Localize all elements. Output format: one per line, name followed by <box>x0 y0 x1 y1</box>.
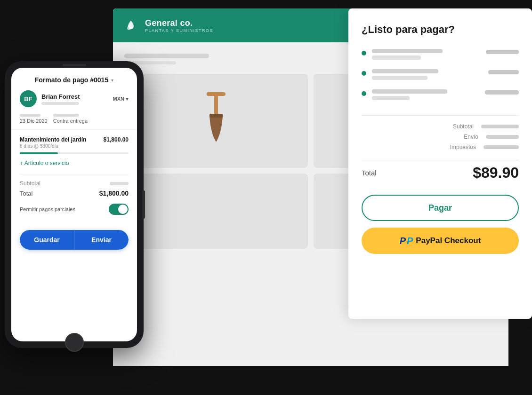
product-cell-shovel[interactable] <box>124 74 308 168</box>
checkout-item-2 <box>362 69 519 80</box>
total-invoice-label: Total <box>20 190 32 197</box>
envio-bar <box>486 135 519 139</box>
progress-fill <box>20 152 58 154</box>
header-bar-1 <box>124 54 209 58</box>
line-item-info: Mantenimiento del jardín 6 días @ $300/d… <box>20 136 86 149</box>
delivery-field: Contra entrega <box>53 114 88 124</box>
paypal-logo: P P <box>400 236 413 246</box>
customer-info: Brian Forrest <box>41 93 108 105</box>
send-button[interactable]: Enviar <box>74 230 129 250</box>
subtotal-row: Subtotal <box>362 123 519 130</box>
action-buttons: Guardar Enviar <box>20 230 129 250</box>
item-line2-2 <box>372 76 427 80</box>
currency-badge[interactable]: MXN ▾ <box>113 96 129 102</box>
item-lines-1 <box>372 49 480 60</box>
delivery-value: Contra entrega <box>53 118 88 124</box>
pagar-button[interactable]: Pagar <box>362 195 519 221</box>
item-dot-2 <box>362 71 366 76</box>
item-line1-1 <box>372 49 443 53</box>
total-invoice-row: Total $1,800.00 <box>20 190 129 197</box>
impuestos-label: Impuestos <box>448 144 476 150</box>
date-field: 23 Dic 2020 <box>20 114 48 124</box>
subtotal-invoice-row: Subtotal <box>20 180 129 187</box>
paypal-icon-light: P <box>407 236 413 246</box>
logo-icon <box>124 19 137 32</box>
invoice-divider <box>20 174 129 174</box>
customer-bar <box>41 102 79 105</box>
phone-home-button[interactable] <box>65 333 84 352</box>
line-item-name: Mantenimiento del jardín <box>20 136 86 143</box>
item-price-1 <box>486 50 519 54</box>
line-item-desc: 6 días @ $300/día <box>20 143 86 149</box>
subtotal-bar <box>481 125 519 128</box>
item-lines-2 <box>372 69 483 80</box>
date-value: 23 Dic 2020 <box>20 118 48 124</box>
partial-payments-toggle[interactable] <box>109 204 129 215</box>
checkout-total-row: Total $89.90 <box>362 160 519 182</box>
paypal-checkout-button[interactable]: P P PayPal Checkout <box>362 228 519 254</box>
shovel-icon <box>197 90 235 151</box>
phone-side-button <box>142 190 145 219</box>
partial-payments-label: Permitir pagos parciales <box>20 206 75 212</box>
currency-label: MXN <box>113 96 124 102</box>
nav-brand: General co. PLANTAS Y SUMINISTROS <box>145 18 213 33</box>
invoice-title: Formato de pago #0015 <box>35 76 108 84</box>
item-line2-1 <box>372 55 421 60</box>
invoice-body: Mantenimiento del jardín 6 días @ $300/d… <box>11 130 137 230</box>
phone-screen: Formato de pago #0015 ▾ BF Brian Forrest… <box>11 68 137 341</box>
save-button[interactable]: Guardar <box>20 230 74 250</box>
item-line1-2 <box>372 69 438 73</box>
svg-rect-2 <box>210 114 223 118</box>
toggle-knob <box>118 205 128 214</box>
brand-name: General co. <box>145 18 213 28</box>
partial-payments-row: Permitir pagos parciales <box>20 204 129 215</box>
total-amount: $89.90 <box>473 164 519 182</box>
envio-row: Envío <box>362 134 519 140</box>
subtotal-invoice-bar <box>110 182 129 185</box>
date-row: 23 Dic 2020 Contra entrega <box>20 114 129 124</box>
paypal-icon-blue: P <box>400 236 406 246</box>
checkout-title: ¿Listo para pagar? <box>362 24 519 36</box>
delivery-bar <box>53 114 79 117</box>
customer-avatar: BF <box>20 90 37 107</box>
customer-name: Brian Forrest <box>41 93 108 100</box>
item-price-3 <box>485 90 519 95</box>
svg-rect-1 <box>207 92 226 96</box>
checkout-item-1 <box>362 49 519 60</box>
checkout-items <box>362 49 519 100</box>
chevron-down-icon: ▾ <box>111 78 113 83</box>
phone-mockup: Formato de pago #0015 ▾ BF Brian Forrest… <box>5 61 144 348</box>
impuestos-row: Impuestos <box>362 144 519 150</box>
progress-bar <box>20 152 129 154</box>
subtotal-label: Subtotal <box>445 123 474 130</box>
impuestos-bar <box>484 145 519 149</box>
add-item-link[interactable]: + Artículo o servicio <box>20 160 129 166</box>
brand-subtitle: PLANTAS Y SUMINISTROS <box>145 28 213 33</box>
checkout-item-3 <box>362 89 519 100</box>
envio-label: Envío <box>450 134 478 140</box>
total-label: Total <box>362 169 377 177</box>
checkout-divider <box>362 115 519 116</box>
item-line1-3 <box>372 89 447 94</box>
phone-speaker <box>63 64 86 66</box>
item-dot-3 <box>362 91 366 96</box>
currency-chevron-icon: ▾ <box>126 96 129 102</box>
checkout-panel: ¿Listo para pagar? <box>348 8 532 319</box>
line-item-row: Mantenimiento del jardín 6 días @ $300/d… <box>20 136 129 149</box>
product-cell-3[interactable] <box>124 174 308 249</box>
line-item-amount: $1,800.00 <box>104 136 129 143</box>
invoice-title-row: Formato de pago #0015 ▾ <box>20 76 129 84</box>
invoice-header: Formato de pago #0015 ▾ BF Brian Forrest… <box>11 68 137 130</box>
item-dot-1 <box>362 51 366 55</box>
item-price-2 <box>488 70 519 74</box>
subtotal-invoice-label: Subtotal <box>20 180 40 187</box>
customer-row: BF Brian Forrest MXN ▾ <box>20 90 129 107</box>
item-lines-3 <box>372 89 479 100</box>
item-line2-3 <box>372 96 410 100</box>
checkout-subtotals: Subtotal Envío Impuestos <box>362 123 519 150</box>
total-invoice-amount: $1,800.00 <box>99 190 129 197</box>
paypal-label: PayPal Checkout <box>416 236 481 245</box>
date-bar <box>20 114 40 117</box>
